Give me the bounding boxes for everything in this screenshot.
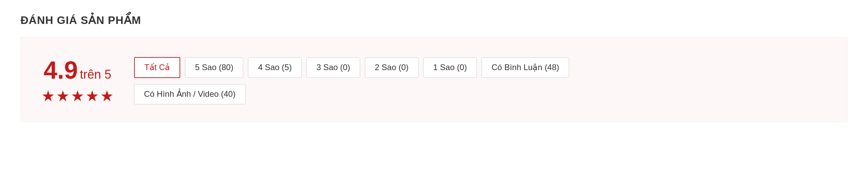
filter-btn-row2-0[interactable]: Có Hình Ảnh / Video (40) bbox=[134, 84, 246, 104]
star-1: ★ bbox=[41, 87, 55, 105]
star-3: ★ bbox=[71, 87, 84, 105]
section-title: ĐÁNH GIÁ SẢN PHẨM bbox=[21, 14, 847, 27]
filter-btn-row1-2[interactable]: 4 Sao (5) bbox=[248, 57, 302, 78]
filter-btn-row1-1[interactable]: 5 Sao (80) bbox=[185, 57, 243, 78]
filter-area: Tất Cả5 Sao (80)4 Sao (5)3 Sao (0)2 Sao … bbox=[134, 54, 827, 104]
star-5: ★ bbox=[100, 87, 114, 105]
filter-btn-row1-5[interactable]: 1 Sao (0) bbox=[423, 57, 477, 78]
rating-top-row: 4.9 trên 5 bbox=[43, 58, 111, 82]
star-4: ★ bbox=[86, 87, 99, 105]
page-container: ĐÁNH GIÁ SẢN PHẨM 4.9 trên 5 ★ ★ ★ ★ ★ T… bbox=[21, 14, 847, 122]
rating-score: 4.9 bbox=[43, 58, 78, 82]
filter-row-2: Có Hình Ảnh / Video (40) bbox=[134, 84, 827, 104]
rating-out-of: trên 5 bbox=[80, 67, 111, 82]
filter-btn-row1-3[interactable]: 3 Sao (0) bbox=[306, 57, 360, 78]
filter-btn-row1-4[interactable]: 2 Sao (0) bbox=[365, 57, 419, 78]
stars-row: ★ ★ ★ ★ ★ bbox=[41, 87, 114, 105]
rating-summary: 4.9 trên 5 ★ ★ ★ ★ ★ bbox=[41, 54, 114, 105]
review-panel: 4.9 trên 5 ★ ★ ★ ★ ★ Tất Cả5 Sao (80)4 S… bbox=[21, 37, 847, 122]
star-2: ★ bbox=[56, 87, 69, 105]
filter-row-1: Tất Cả5 Sao (80)4 Sao (5)3 Sao (0)2 Sao … bbox=[134, 57, 827, 78]
filter-btn-row1-6[interactable]: Có Bình Luận (48) bbox=[482, 57, 569, 78]
filter-btn-row1-0[interactable]: Tất Cả bbox=[134, 57, 180, 78]
